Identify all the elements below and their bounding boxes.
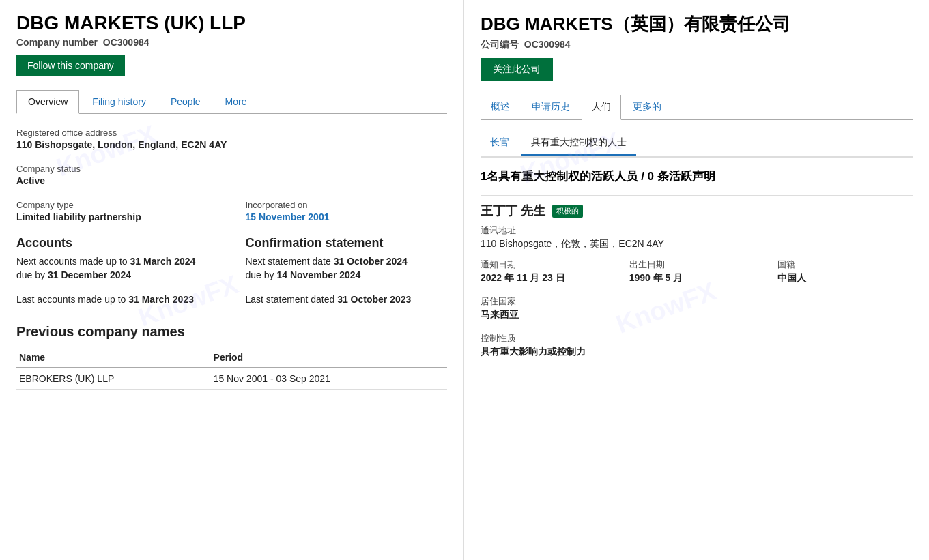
company-type-col: Company type Limited liability partnersh… bbox=[16, 200, 218, 222]
notification-date-value: 2022 年 11 月 23 日 bbox=[481, 272, 616, 284]
person-name: 王丁丁 先生 bbox=[481, 203, 545, 219]
person-active-badge: 积极的 bbox=[552, 205, 583, 218]
registered-office-value: 110 Bishopsgate, London, England, EC2N 4… bbox=[16, 139, 447, 150]
tab-filing-history[interactable]: Filing history bbox=[81, 90, 158, 113]
prev-names-col-name: Name bbox=[16, 348, 211, 368]
incorporated-value: 15 November 2001 bbox=[246, 211, 448, 222]
right-sub-tab-psc[interactable]: 具有重大控制权的人士 bbox=[521, 131, 636, 156]
person-address-section: 通讯地址 110 Bishopsgate，伦敦，英国，EC2N 4AY bbox=[481, 224, 913, 250]
notification-date-section: 通知日期 2022 年 11 月 23 日 bbox=[481, 259, 616, 284]
follow-company-button[interactable]: Follow this company bbox=[16, 55, 125, 76]
person-detail-grid: 通知日期 2022 年 11 月 23 日 出生日期 1990 年 5 月 国籍… bbox=[481, 259, 913, 284]
confirmation-col: Confirmation statement Next statement da… bbox=[246, 236, 448, 308]
right-tabs: 概述 申请历史 人们 更多的 bbox=[481, 95, 913, 120]
table-row: EBROKERS (UK) LLP 15 Nov 2001 - 03 Sep 2… bbox=[16, 368, 447, 390]
prev-period-value: 15 Nov 2001 - 03 Sep 2021 bbox=[211, 368, 447, 390]
confirmation-last-line: Last statement dated 31 October 2023 bbox=[246, 294, 448, 305]
nationality-section: 国籍 中国人 bbox=[777, 259, 913, 284]
company-type-value: Limited liability partnership bbox=[16, 211, 218, 222]
tab-overview[interactable]: Overview bbox=[16, 90, 79, 114]
company-number-label-right: 公司编号 bbox=[481, 39, 519, 50]
company-number-line-left: Company number OC300984 bbox=[16, 37, 447, 48]
company-type-incorporated-row: Company type Limited liability partnersh… bbox=[16, 200, 447, 222]
company-number-value-left: OC300984 bbox=[103, 37, 149, 48]
accounts-next-line: Next accounts made up to 31 March 2024 bbox=[16, 256, 218, 267]
accounts-due-line: due by 31 December 2024 bbox=[16, 269, 218, 280]
prev-name-value: EBROKERS (UK) LLP bbox=[16, 368, 211, 390]
nature-of-control-section: 控制性质 具有重大影响力或控制力 bbox=[481, 332, 913, 358]
confirmation-heading: Confirmation statement bbox=[246, 236, 448, 250]
right-tab-people[interactable]: 人们 bbox=[582, 95, 621, 120]
company-number-line-right: 公司编号 OC300984 bbox=[481, 39, 913, 51]
previous-names-heading: Previous company names bbox=[16, 324, 447, 340]
right-tab-filing[interactable]: 申请历史 bbox=[521, 95, 580, 119]
accounts-confirmation-grid: Accounts Next accounts made up to 31 Mar… bbox=[16, 236, 447, 308]
accounts-heading: Accounts bbox=[16, 236, 218, 250]
nature-of-control-label: 控制性质 bbox=[481, 332, 913, 344]
company-number-label-left: Company number bbox=[16, 37, 98, 48]
previous-names-table: Name Period EBROKERS (UK) LLP 15 Nov 200… bbox=[16, 348, 447, 390]
nationality-label: 国籍 bbox=[777, 259, 913, 271]
registered-office-section: Registered office address 110 Bishopsgat… bbox=[16, 128, 447, 150]
left-tabs: Overview Filing history People More bbox=[16, 90, 447, 114]
dob-value: 1990 年 5 月 bbox=[629, 272, 764, 284]
prev-names-col-period: Period bbox=[211, 348, 447, 368]
psc-summary-text: 1名具有重大控制权的活跃人员 / 0 条活跃声明 bbox=[481, 168, 913, 184]
company-type-label: Company type bbox=[16, 200, 218, 210]
company-number-value-right: OC300984 bbox=[524, 39, 571, 50]
country-residence-label: 居住国家 bbox=[481, 295, 913, 308]
accounts-col: Accounts Next accounts made up to 31 Mar… bbox=[16, 236, 218, 308]
nationality-value: 中国人 bbox=[777, 272, 913, 284]
accounts-last-line: Last accounts made up to 31 March 2023 bbox=[16, 294, 218, 305]
registered-office-label: Registered office address bbox=[16, 128, 447, 138]
incorporated-col: Incorporated on 15 November 2001 bbox=[246, 200, 448, 222]
address-value: 110 Bishopsgate，伦敦，英国，EC2N 4AY bbox=[481, 238, 913, 250]
follow-company-button-cn[interactable]: 关注此公司 bbox=[481, 58, 553, 81]
notification-date-label: 通知日期 bbox=[481, 259, 616, 271]
company-status-label: Company status bbox=[16, 164, 447, 174]
right-tab-more[interactable]: 更多的 bbox=[623, 95, 672, 119]
tab-more[interactable]: More bbox=[214, 90, 259, 113]
confirmation-next-line: Next statement date 31 October 2024 bbox=[246, 256, 448, 267]
dob-label: 出生日期 bbox=[629, 259, 764, 271]
country-residence-value: 马来西亚 bbox=[481, 309, 913, 321]
nature-of-control-value: 具有重大影响力或控制力 bbox=[481, 346, 913, 358]
company-status-section: Company status Active bbox=[16, 164, 447, 186]
tab-people[interactable]: People bbox=[159, 90, 212, 113]
right-tab-overview[interactable]: 概述 bbox=[481, 95, 520, 119]
company-title-left: DBG MARKETS (UK) LLP bbox=[16, 12, 447, 34]
country-of-residence-section: 居住国家 马来西亚 bbox=[481, 295, 913, 321]
incorporated-label: Incorporated on bbox=[246, 200, 448, 210]
right-sub-tab-officers[interactable]: 长官 bbox=[481, 131, 519, 156]
person-name-row: 王丁丁 先生 积极的 bbox=[481, 203, 913, 219]
company-status-value: Active bbox=[16, 175, 447, 186]
dob-section: 出生日期 1990 年 5 月 bbox=[629, 259, 764, 284]
company-title-right: DBG MARKETS（英国）有限责任公司 bbox=[481, 12, 913, 36]
confirmation-due-line: due by 14 November 2024 bbox=[246, 269, 448, 280]
right-sub-tabs: 长官 具有重大控制权的人士 bbox=[481, 131, 913, 158]
psc-divider bbox=[481, 195, 913, 196]
address-label: 通讯地址 bbox=[481, 224, 913, 237]
